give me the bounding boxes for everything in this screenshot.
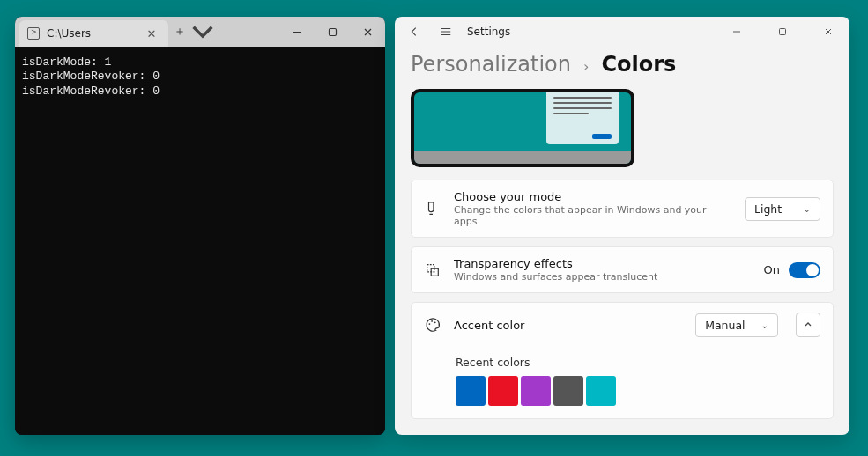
settings-content: Choose your mode Change the colors that … (395, 89, 849, 435)
accent-expand-button[interactable] (796, 313, 820, 337)
mode-title: Choose your mode (454, 190, 732, 203)
svg-point-11 (434, 321, 436, 323)
color-swatch[interactable] (586, 376, 616, 406)
transparency-icon (424, 261, 441, 279)
settings-titlebar: Settings (395, 17, 849, 47)
recent-colors-section: Recent colors (412, 347, 833, 418)
transparency-title: Transparency effects (454, 257, 752, 270)
terminal-body[interactable]: isDarkMode: 1 isDarkModeRevoker: 0 isDar… (15, 47, 385, 435)
nav-menu-button[interactable] (435, 21, 456, 42)
palette-icon (424, 316, 441, 334)
terminal-line: isDarkModeRevoker: 0 (22, 85, 160, 98)
terminal-line: isDarkMode: 1 (22, 55, 111, 69)
terminal-line: isDarkModeRevoker: 0 (22, 70, 160, 83)
mode-select[interactable]: Light ⌄ (745, 197, 820, 221)
breadcrumb-parent[interactable]: Personalization (411, 52, 571, 77)
brush-icon (424, 200, 441, 217)
terminal-tab-title: C:\Users (47, 27, 91, 40)
svg-point-9 (429, 323, 431, 325)
back-button[interactable] (404, 21, 425, 42)
accent-value: Manual (705, 319, 745, 332)
breadcrumb-current: Colors (601, 52, 676, 77)
close-window-button[interactable] (811, 19, 846, 44)
chevron-right-icon: › (583, 58, 589, 75)
mode-card: Choose your mode Change the colors that … (411, 180, 834, 238)
color-swatch[interactable] (553, 376, 583, 406)
preview-window-icon (546, 89, 619, 144)
color-swatch[interactable] (456, 376, 486, 406)
svg-rect-1 (329, 28, 336, 35)
terminal-titlebar: C:\Users ✕ ＋ (15, 17, 385, 47)
svg-rect-6 (780, 29, 786, 35)
accent-select[interactable]: Manual ⌄ (695, 313, 778, 337)
recent-colors-label: Recent colors (456, 356, 820, 369)
transparency-card: Transparency effects Windows and surface… (411, 246, 834, 293)
close-window-button[interactable] (350, 17, 385, 47)
close-tab-icon[interactable]: ✕ (144, 27, 160, 40)
new-tab-button[interactable]: ＋ (168, 17, 191, 47)
chevron-down-icon: ⌄ (804, 204, 811, 214)
accent-card: Accent color Manual ⌄ Recent colors (411, 302, 834, 419)
breadcrumb: Personalization › Colors (395, 47, 849, 89)
app-title: Settings (467, 26, 510, 38)
terminal-window: C:\Users ✕ ＋ isDarkMode: 1 isDarkModeRev… (15, 17, 385, 435)
accent-title: Accent color (454, 319, 683, 332)
maximize-button[interactable] (315, 17, 350, 47)
color-swatch[interactable] (488, 376, 518, 406)
theme-preview (411, 89, 634, 167)
transparency-state-label: On (764, 263, 780, 276)
terminal-icon (27, 27, 40, 40)
minimize-button[interactable] (719, 19, 754, 44)
transparency-toggle[interactable] (789, 262, 820, 278)
minimize-button[interactable] (279, 17, 315, 47)
terminal-tab[interactable]: C:\Users ✕ (19, 20, 168, 47)
mode-subtitle: Change the colors that appear in Windows… (454, 204, 732, 227)
color-swatch[interactable] (521, 376, 551, 406)
settings-window: Settings Personalization › Colors (395, 17, 849, 435)
svg-point-10 (431, 320, 433, 322)
chevron-down-icon: ⌄ (761, 320, 768, 330)
tab-dropdown-button[interactable] (191, 17, 214, 47)
recent-colors-swatches (456, 376, 820, 406)
preview-taskbar (414, 151, 631, 164)
transparency-subtitle: Windows and surfaces appear translucent (454, 271, 752, 283)
mode-value: Light (754, 202, 782, 216)
maximize-button[interactable] (765, 19, 800, 44)
